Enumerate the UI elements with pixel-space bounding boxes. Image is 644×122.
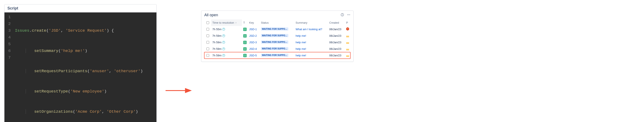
code-area[interactable]: Issues.create('JSD', 'Service Request') … <box>13 12 156 122</box>
select-all-checkbox[interactable] <box>206 21 209 24</box>
svg-point-6 <box>350 14 350 15</box>
sla-value: 7h 59m <box>212 41 225 44</box>
svg-rect-2 <box>342 14 342 16</box>
summary-link[interactable]: help me! <box>296 34 306 37</box>
issue-type-icon <box>243 54 247 57</box>
col-created[interactable]: Created <box>328 19 345 26</box>
status-lozenge[interactable]: WAITING FOR SUPPO… <box>261 34 288 37</box>
table-row[interactable]: 7h 59m JSD-2WAITING FOR SUPPO…help me!06… <box>204 32 350 39</box>
issue-key-link[interactable]: JSD-3 <box>249 41 257 44</box>
script-editor-panel: Script 1 2 3 4 5 6 7 Issues.create('JSD'… <box>4 4 157 122</box>
svg-point-4 <box>348 14 348 15</box>
queue-panel: All open Time to resolution ↑ T Key Stat… <box>201 10 354 62</box>
line-number-gutter: 1 2 3 4 5 6 7 <box>4 12 13 122</box>
row-checkbox[interactable] <box>206 34 209 37</box>
status-lozenge[interactable]: WAITING FOR SUPPO… <box>261 27 288 31</box>
created-cell: 06/Jan/23 <box>328 39 345 46</box>
line-number: 6 <box>8 47 10 54</box>
code-line: │ setRequestType('New employee') <box>15 88 154 95</box>
col-sla[interactable]: Time to resolution ↑ <box>211 19 242 26</box>
issue-key-link[interactable]: JSD-2 <box>249 34 257 37</box>
issue-key-link[interactable]: JSD-5 <box>249 54 257 57</box>
col-priority[interactable]: P <box>345 19 350 26</box>
created-cell: 06/Jan/23 <box>328 26 345 32</box>
table-row[interactable]: 7h 59m JSD-4WAITING FOR SUPPO…help me!06… <box>204 46 350 52</box>
svg-rect-3 <box>342 14 342 14</box>
editor-body[interactable]: 1 2 3 4 5 6 7 Issues.create('JSD', 'Serv… <box>4 12 156 122</box>
queue-title: All open <box>204 13 218 17</box>
created-cell: 06/Jan/23 <box>328 32 345 39</box>
issues-table: Time to resolution ↑ T Key Status Summar… <box>204 19 350 59</box>
created-cell: 06/Jan/23 <box>328 46 345 52</box>
arrow-icon <box>165 87 193 94</box>
priority-blocker-icon <box>346 27 349 30</box>
summary-link[interactable]: What am I looking at? <box>296 28 322 31</box>
code-line: │ setRequestParticipants('anuser', 'othe… <box>15 68 154 75</box>
table-header-row: Time to resolution ↑ T Key Status Summar… <box>204 19 350 26</box>
line-number: 2 <box>8 20 10 27</box>
clock-icon <box>222 28 225 31</box>
row-checkbox[interactable] <box>206 47 209 50</box>
line-number: 4 <box>8 34 10 41</box>
col-summary[interactable]: Summary <box>294 19 328 26</box>
code-line: Issues.create('JSD', 'Service Request') … <box>15 27 154 34</box>
created-cell: 06/Jan/23 <box>328 52 345 59</box>
summary-link[interactable]: help me! <box>296 54 306 57</box>
sort-asc-icon: ↑ <box>235 21 236 24</box>
summary-link[interactable]: help me! <box>296 47 306 50</box>
sla-value: 7h 55m <box>212 28 225 31</box>
clock-icon <box>222 34 225 37</box>
line-number: 3 <box>8 27 10 34</box>
editor-title: Script <box>4 4 156 12</box>
sla-value: 7h 59m <box>212 34 225 37</box>
issue-key-link[interactable]: JSD-4 <box>249 47 257 50</box>
col-type[interactable]: T <box>242 19 248 26</box>
col-key[interactable]: Key <box>248 19 260 26</box>
sla-value: 7h 59m <box>212 54 225 57</box>
code-line: │ setSummary('help me!') <box>15 47 154 54</box>
issue-type-icon <box>243 28 247 31</box>
line-number: 1 <box>8 14 10 20</box>
table-row[interactable]: 7h 59m JSD-5WAITING FOR SUPPO…help me!06… <box>204 52 350 59</box>
priority-medium-icon <box>346 35 349 38</box>
svg-point-5 <box>348 14 349 15</box>
priority-medium-icon <box>346 42 349 44</box>
issue-type-icon <box>243 47 247 51</box>
table-row[interactable]: 7h 59m JSD-3WAITING FOR SUPPO…help me!06… <box>204 39 350 46</box>
issue-type-icon <box>243 34 247 38</box>
status-lozenge[interactable]: WAITING FOR SUPPO… <box>261 40 288 44</box>
sla-value: 7h 59m <box>212 47 225 50</box>
clock-icon <box>222 41 225 44</box>
clock-icon <box>222 47 225 50</box>
table-row[interactable]: 7h 55m JSD-1WAITING FOR SUPPO…What am I … <box>204 26 350 32</box>
code-line: │ setOrganizations('Acme Corp', 'Other C… <box>15 108 154 115</box>
col-status[interactable]: Status <box>260 19 294 26</box>
row-checkbox[interactable] <box>206 28 209 31</box>
summary-link[interactable]: help me! <box>296 41 306 44</box>
more-icon[interactable] <box>347 13 350 17</box>
priority-medium-icon <box>346 48 349 51</box>
row-checkbox[interactable] <box>206 41 209 44</box>
info-icon[interactable] <box>341 13 344 17</box>
issue-key-link[interactable]: JSD-1 <box>249 28 257 31</box>
line-number: 7 <box>8 54 10 61</box>
row-checkbox[interactable] <box>206 54 209 57</box>
issue-type-icon <box>243 41 247 44</box>
line-number: 5 <box>8 41 10 47</box>
status-lozenge[interactable]: WAITING FOR SUPPO… <box>261 47 288 50</box>
priority-medium-icon <box>346 55 349 57</box>
status-lozenge[interactable]: WAITING FOR SUPPO… <box>261 54 288 57</box>
clock-icon <box>222 54 225 57</box>
